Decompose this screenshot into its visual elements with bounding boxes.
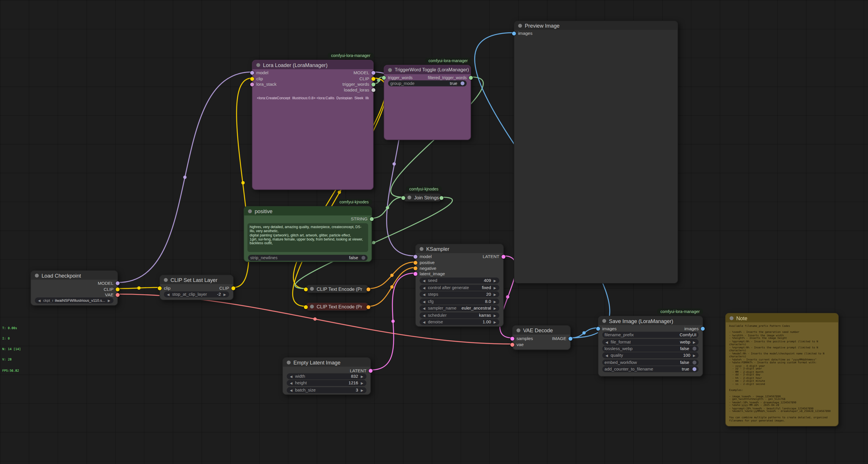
add-counter-toggle[interactable]: add_counter_to_filename true — [602, 366, 699, 372]
next-value-icon[interactable] — [493, 314, 497, 317]
output-loaded-loras[interactable]: loaded_loras — [344, 87, 375, 92]
node-title-bar[interactable]: VAE Decode — [513, 326, 570, 335]
decrement-icon[interactable] — [166, 293, 170, 296]
link-midpoint-dot[interactable] — [372, 241, 375, 244]
node-title-bar[interactable]: CLIP Text Encode (Pr — [306, 303, 368, 310]
decrement-icon[interactable] — [289, 381, 293, 385]
toggle-knob[interactable] — [693, 360, 696, 364]
toggle-knob[interactable] — [461, 81, 464, 85]
node-save-image[interactable]: Save Image (LoraManager) images images f… — [598, 316, 703, 377]
collapsed-output-dot[interactable] — [367, 287, 370, 291]
next-value-icon[interactable] — [493, 286, 497, 290]
collapse-dot[interactable] — [730, 316, 734, 320]
port-dot-clip[interactable] — [116, 287, 119, 291]
port-dot-conditioning[interactable] — [413, 261, 417, 264]
port-dot-loras[interactable] — [371, 88, 375, 91]
port-dot-latent[interactable] — [501, 255, 505, 258]
prev-value-icon[interactable] — [422, 307, 426, 310]
prev-value-icon[interactable] — [604, 340, 609, 344]
steps-widget[interactable]: steps 20 — [420, 291, 499, 297]
link-midpoint-dot[interactable] — [506, 295, 509, 298]
toggle-knob[interactable] — [693, 367, 696, 371]
filename-prefix-widget[interactable]: filename_prefix ComfyUI — [602, 332, 699, 338]
port-dot-string[interactable] — [370, 217, 373, 221]
output-clip[interactable]: CLIP — [219, 285, 235, 291]
node-triggerword-toggle[interactable]: TriggerWord Toggle (LoraManager) trigger… — [383, 65, 471, 140]
port-dot-string[interactable] — [382, 76, 386, 79]
batch-size-widget[interactable]: batch_size 3 — [287, 387, 366, 393]
port-dot-model[interactable] — [116, 281, 119, 285]
input-trigger-words[interactable]: trigger_words — [382, 75, 412, 80]
input-clip[interactable]: clip — [250, 76, 263, 81]
loras-text[interactable]: <lora:CreateConcept_Illustrious:0.8> <lo… — [257, 96, 369, 99]
collapsed-output-dot[interactable] — [440, 196, 443, 200]
decrement-icon[interactable] — [604, 353, 609, 357]
output-model[interactable]: MODEL — [353, 70, 375, 76]
input-images[interactable]: images — [596, 326, 617, 331]
port-dot-image[interactable] — [568, 337, 572, 340]
node-title-bar[interactable]: positive — [244, 207, 371, 215]
port-dot-lora-stack[interactable] — [250, 82, 254, 86]
cfg-widget[interactable]: cfg 8.0 — [420, 298, 499, 304]
port-dot-clip[interactable] — [371, 77, 375, 81]
port-dot-clip[interactable] — [250, 77, 254, 81]
link-midpoint-dot[interactable] — [390, 285, 394, 289]
output-vae[interactable]: VAE — [105, 292, 120, 297]
seed-widget[interactable]: seed 409 — [420, 278, 499, 284]
quality-widget[interactable]: quality 100 — [602, 352, 699, 358]
note-body-text[interactable]: Available filename_prefix Pattern Codes … — [729, 324, 835, 424]
sampler-name-widget[interactable]: sampler_name euler_ancestral — [420, 305, 499, 311]
increment-icon[interactable] — [493, 300, 497, 303]
next-value-icon[interactable] — [692, 340, 696, 344]
decrement-icon[interactable] — [422, 279, 426, 282]
node-ksampler[interactable]: KSampler model positive negative latent_… — [415, 244, 504, 327]
collapsed-output-dot[interactable] — [367, 305, 370, 309]
increment-icon[interactable] — [360, 388, 364, 392]
lossless-webp-toggle[interactable]: lossless_webp false — [602, 346, 699, 351]
node-preview-image[interactable]: Preview Image images — [514, 21, 678, 284]
output-images[interactable]: images — [684, 326, 705, 331]
input-vae[interactable]: vae — [510, 342, 524, 347]
ckpt-name-widget[interactable]: ckpt_name ilwaiNSFWIllustrious_v110.s... — [35, 297, 113, 303]
node-title-bar[interactable]: Note — [726, 314, 838, 322]
embed-workflow-toggle[interactable]: embed_workflow false — [602, 359, 699, 366]
port-dot-image[interactable] — [512, 31, 516, 35]
port-dot-latent[interactable] — [510, 337, 514, 340]
port-dot-image[interactable] — [596, 326, 600, 330]
increment-icon[interactable] — [360, 381, 364, 385]
node-clip-text-encode-positive[interactable]: CLIP Text Encode (Pr — [306, 285, 369, 293]
strip-newlines-toggle[interactable]: strip_newlines false — [248, 255, 368, 261]
node-title-bar[interactable]: Join Strings — [404, 194, 441, 201]
next-value-icon[interactable] — [107, 298, 111, 302]
output-clip[interactable]: CLIP — [360, 76, 375, 81]
increment-icon[interactable] — [222, 293, 227, 296]
increment-icon[interactable] — [493, 293, 497, 296]
port-dot-latent[interactable] — [413, 271, 417, 275]
decrement-icon[interactable] — [422, 300, 426, 303]
port-dot-model[interactable] — [413, 255, 417, 258]
increment-icon[interactable] — [360, 375, 364, 378]
toggle-knob[interactable] — [693, 347, 696, 350]
input-model[interactable]: model — [413, 254, 432, 259]
node-title-bar[interactable]: Empty Latent Image — [283, 358, 370, 367]
prev-value-icon[interactable] — [37, 298, 41, 302]
link-midpoint-dot[interactable] — [583, 331, 586, 335]
link-midpoint-dot[interactable] — [393, 162, 396, 166]
scheduler-widget[interactable]: scheduler karras — [420, 312, 499, 318]
width-widget[interactable]: width 832 — [287, 373, 366, 379]
port-dot-clip[interactable] — [231, 286, 235, 290]
collapsed-input-dot[interactable] — [304, 287, 308, 291]
link-midpoint-dot[interactable] — [338, 191, 341, 194]
port-dot-string[interactable] — [371, 82, 375, 86]
link-midpoint-dot[interactable] — [313, 317, 317, 321]
node-title-bar[interactable]: KSampler — [416, 244, 503, 253]
port-dot-latent[interactable] — [369, 369, 372, 372]
control-after-generate-widget[interactable]: control after generate fixed — [420, 285, 499, 291]
node-clip-set-last-layer[interactable]: CLIP Set Last Layer clip CLIP stop_at_cl… — [160, 275, 234, 300]
increment-icon[interactable] — [493, 320, 497, 324]
node-title-bar[interactable]: Load Checkpoint — [31, 271, 117, 280]
node-title-bar[interactable]: Lora Loader (LoraManager) — [252, 60, 373, 69]
group-mode-toggle[interactable]: group_mode true — [388, 80, 467, 86]
graph-canvas[interactable]: comfyui-lora-manager comfyui-lora-manage… — [0, 0, 868, 464]
node-clip-text-encode-negative[interactable]: CLIP Text Encode (Pr — [306, 302, 369, 311]
